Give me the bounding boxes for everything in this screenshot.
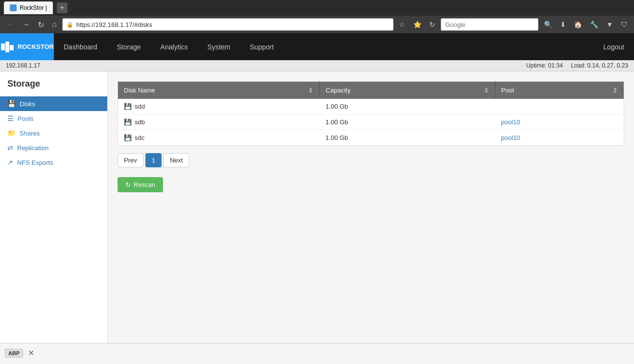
table-header-row: Disk Name ⇕ Capacity ⇕ Pool ⇕: [118, 82, 624, 99]
tab-favicon: [10, 4, 17, 11]
col-capacity[interactable]: Capacity ⇕: [320, 82, 495, 99]
prev-button[interactable]: Prev: [117, 153, 143, 167]
sort-capacity-icon[interactable]: ⇕: [484, 87, 489, 94]
table-row: 💾sdd1.00 Gb: [118, 99, 624, 114]
search-input[interactable]: [441, 18, 539, 31]
disks-table: Disk Name ⇕ Capacity ⇕ Pool ⇕ 💾sdd1.00 G…: [117, 81, 624, 146]
sidebar-item-nfs-exports[interactable]: ↗ NFS Exports: [0, 155, 107, 170]
sidebar-item-replication[interactable]: ⇄ Replication: [0, 140, 107, 155]
sidebar-replication-label: Replication: [17, 144, 48, 152]
sidebar-item-disks[interactable]: 💾 Disks: [0, 96, 107, 111]
pool-cell: pool10: [495, 114, 624, 130]
capacity-cell: 1.00 Gb: [320, 130, 495, 146]
forward-button[interactable]: →: [20, 19, 32, 30]
capacity-cell: 1.00 Gb: [320, 114, 495, 130]
sidebar-disks-label: Disks: [20, 100, 35, 108]
pool-cell: pool10: [495, 130, 624, 146]
col-pool[interactable]: Pool ⇕: [495, 82, 624, 99]
table-row: 💾sdc1.00 Gbpool10: [118, 130, 624, 146]
next-button[interactable]: Next: [164, 153, 189, 167]
sidebar-shares-label: Shares: [20, 130, 40, 137]
refresh-button[interactable]: ↻: [35, 19, 47, 30]
disk-name-value: sdc: [135, 134, 144, 141]
refresh-icon[interactable]: ↻: [427, 20, 438, 29]
disk-name-value: sdb: [135, 118, 145, 126]
pagination: Prev 1 Next: [117, 153, 624, 167]
menu-icon[interactable]: ▼: [604, 20, 615, 29]
nav-support[interactable]: Support: [240, 33, 283, 60]
replication-icon: ⇄: [7, 144, 13, 152]
bottom-bar: ABP ✕: [0, 343, 634, 363]
svg-rect-1: [5, 42, 9, 52]
disk-name-cell: 💾sdc: [118, 130, 320, 146]
logout-button[interactable]: Logout: [593, 43, 634, 51]
rescan-label: Rescan: [134, 181, 155, 188]
new-tab-button[interactable]: +: [57, 2, 68, 13]
disk-icon: 💾: [124, 103, 132, 110]
ip-address: 192.168.1.17: [6, 62, 40, 69]
page-1-button[interactable]: 1: [145, 153, 162, 167]
uptime-load: Uptime: 01:34 Load: 0.14, 0.27, 0.23: [526, 62, 628, 69]
svg-rect-2: [10, 45, 14, 50]
nav-system[interactable]: System: [198, 33, 240, 60]
logo-text: ROCKSTOR: [18, 43, 54, 50]
home-button[interactable]: ⌂: [49, 19, 59, 30]
tab-title: RockStor |: [20, 4, 47, 11]
content-area: Disk Name ⇕ Capacity ⇕ Pool ⇕ 💾sdd1.00 G…: [108, 71, 634, 343]
disk-icon: 💾: [7, 100, 16, 108]
sidebar: Storage 💾 Disks ☰ Pools 📁 Shares ⇄ Repli…: [0, 71, 108, 343]
sidebar-item-shares[interactable]: 📁 Shares: [0, 126, 107, 140]
shield-icon[interactable]: 🛡: [618, 20, 630, 29]
download-icon[interactable]: ⬇: [558, 20, 568, 29]
url-text: https://192.168.1.17/#disks: [76, 21, 152, 28]
disk-icon: 💾: [124, 134, 132, 141]
main-container: Storage 💾 Disks ☰ Pools 📁 Shares ⇄ Repli…: [0, 71, 634, 343]
nfs-icon: ↗: [7, 159, 13, 166]
sidebar-item-pools[interactable]: ☰ Pools: [0, 111, 107, 126]
svg-rect-0: [1, 44, 5, 50]
app-logo[interactable]: ROCKSTOR: [0, 33, 54, 60]
rescan-icon: ↻: [125, 181, 131, 188]
disk-name-cell: 💾sdb: [118, 114, 320, 130]
shares-icon: 📁: [7, 129, 16, 137]
tools-icon[interactable]: 🔧: [587, 20, 601, 29]
disk-icon: 💾: [124, 118, 132, 126]
pool-cell: [495, 99, 624, 114]
sort-pool-icon[interactable]: ⇕: [612, 87, 618, 94]
nav-storage[interactable]: Storage: [107, 33, 151, 60]
browser-tab[interactable]: RockStor |: [4, 1, 53, 14]
search-icon[interactable]: 🔍: [541, 20, 555, 29]
browser-titlebar: RockStor | +: [0, 0, 634, 16]
app-header: ROCKSTOR Dashboard Storage Analytics Sys…: [0, 33, 634, 60]
sort-disk-name-icon[interactable]: ⇕: [308, 87, 313, 94]
bookmark-icon[interactable]: ☆: [397, 20, 408, 29]
capacity-cell: 1.00 Gb: [320, 99, 495, 114]
address-bar[interactable]: 🔒 https://192.168.1.17/#disks: [62, 18, 394, 31]
lock-icon: 🔒: [67, 22, 73, 28]
status-bar: 192.168.1.17 Uptime: 01:34 Load: 0.14, 0…: [0, 60, 634, 71]
disk-name-cell: 💾sdd: [118, 99, 320, 114]
star-icon[interactable]: ⭐: [411, 20, 424, 29]
sidebar-title: Storage: [0, 79, 107, 96]
nav-analytics[interactable]: Analytics: [151, 33, 198, 60]
load-label: Load: 0.14, 0.27, 0.23: [571, 62, 628, 69]
sidebar-pools-label: Pools: [18, 115, 34, 122]
nav-dashboard[interactable]: Dashboard: [54, 33, 107, 60]
pool-link[interactable]: pool10: [501, 134, 520, 141]
back-button[interactable]: ←: [4, 19, 17, 30]
disk-name-value: sdd: [135, 103, 145, 110]
home-nav-icon[interactable]: 🏠: [571, 20, 585, 29]
uptime-label: Uptime: 01:34: [526, 62, 563, 69]
pools-icon: ☰: [7, 114, 14, 122]
table-row: 💾sdb1.00 Gbpool10: [118, 114, 624, 130]
rescan-button[interactable]: ↻ Rescan: [117, 177, 163, 192]
adblock-badge[interactable]: ABP: [5, 349, 23, 358]
col-disk-name[interactable]: Disk Name ⇕: [118, 82, 320, 99]
sidebar-nfs-label: NFS Exports: [17, 159, 53, 166]
main-nav: Dashboard Storage Analytics System Suppo…: [54, 33, 634, 60]
close-bottom-button[interactable]: ✕: [28, 348, 34, 358]
pool-link[interactable]: pool10: [501, 118, 520, 126]
logo-icon: [0, 40, 15, 54]
browser-toolbar: ← → ↻ ⌂ 🔒 https://192.168.1.17/#disks ☆ …: [0, 16, 634, 33]
